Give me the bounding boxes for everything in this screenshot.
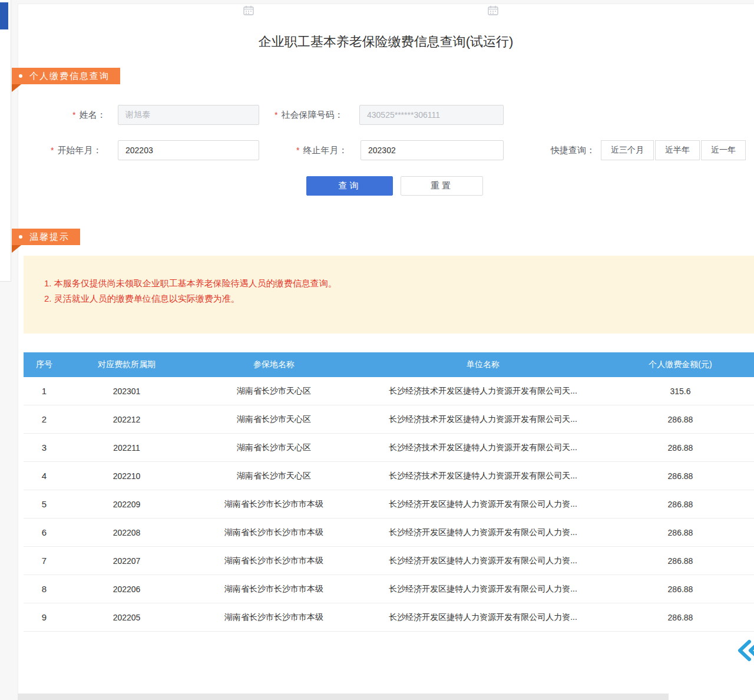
notice-box: 1. 本服务仅提供尚未领取企业职工基本养老保险待遇人员的缴费信息查询。 2. 灵… [24,256,754,334]
table-cell: 202210 [65,462,188,490]
column-header: 参保地名称 [188,352,359,377]
column-header: 单位名称 [359,352,607,377]
required-mark: * [296,146,299,155]
table-cell: 7 [24,547,65,574]
table-cell: 202205 [65,603,188,631]
section-tag-personal-query: 个人缴费信息查询 [12,68,120,84]
table-cell: 湖南省长沙市长沙市市本级 [188,575,359,603]
start-month-label: * 开始年月： [51,140,101,160]
table-cell: 6 [24,519,65,546]
table-row: 3202211湖南省长沙市天心区长沙经济技术开发区捷特人力资源开发有限公司天..… [24,434,754,462]
table-row: 2202212湖南省长沙市天心区长沙经济技术开发区捷特人力资源开发有限公司天..… [24,405,754,434]
table-cell: 286.88 [607,405,754,433]
table-row: 8202206湖南省长沙市长沙市市本级长沙经济开发区捷特人力资源开发有限公司人力… [24,575,754,603]
table-header-row: 序号对应费款所属期参保地名称单位名称个人缴费金额(元) [24,352,754,377]
end-month-label: * 终止年月： [296,140,347,160]
required-mark: * [51,146,54,155]
table-cell: 长沙经济开发区捷特人力资源开发有限公司人力资... [359,603,607,631]
calendar-icon[interactable] [488,5,498,18]
table-row: 5202209湖南省长沙市长沙市市本级长沙经济开发区捷特人力资源开发有限公司人力… [24,490,754,519]
table-cell: 8 [24,575,65,603]
required-mark: * [72,110,75,120]
table-cell: 286.88 [607,575,754,603]
table-row: 1202301湖南省长沙市天心区长沙经济技术开发区捷特人力资源开发有限公司天..… [24,377,754,405]
table-cell: 长沙经济开发区捷特人力资源开发有限公司人力资... [359,519,607,546]
table-cell: 4 [24,462,65,490]
table-cell: 286.88 [607,434,754,461]
table-cell: 202208 [65,519,188,546]
table-body: 1202301湖南省长沙市天心区长沙经济技术开发区捷特人力资源开发有限公司天..… [24,377,754,632]
required-mark: * [275,110,277,120]
section-tag-label: 个人缴费信息查询 [29,71,110,82]
table-cell: 长沙经济开发区捷特人力资源开发有限公司人力资... [359,490,607,518]
table-cell: 湖南省长沙市长沙市市本级 [188,547,359,574]
table-cell: 286.88 [607,490,754,518]
quick-filter-1year[interactable]: 近一年 [701,140,746,160]
column-header: 对应费款所属期 [65,352,188,377]
table-row: 7202207湖南省长沙市长沙市市本级长沙经济开发区捷特人力资源开发有限公司人力… [24,547,754,575]
quick-query-label: 快捷查询： [551,140,595,160]
table-cell: 长沙经济技术开发区捷特人力资源开发有限公司天... [359,405,607,433]
payment-table: 序号对应费款所属期参保地名称单位名称个人缴费金额(元) 1202301湖南省长沙… [24,352,754,632]
table-cell: 202211 [65,434,188,461]
table-cell: 长沙经济技术开发区捷特人力资源开发有限公司天... [359,434,607,461]
table-cell: 长沙经济开发区捷特人力资源开发有限公司人力资... [359,575,607,603]
section-tag-label: 温馨提示 [29,232,70,243]
table-cell: 202301 [65,377,188,405]
page-title: 企业职工基本养老保险缴费信息查询(试运行) [18,33,754,51]
table-cell: 湖南省长沙市长沙市市本级 [188,603,359,631]
table-cell: 湖南省长沙市天心区 [188,377,359,405]
table-row: 9202205湖南省长沙市长沙市市本级长沙经济开发区捷特人力资源开发有限公司人力… [24,603,754,632]
sidebar-blue-tab[interactable] [0,2,8,29]
table-cell: 长沙经济技术开发区捷特人力资源开发有限公司天... [359,462,607,490]
table-cell: 湖南省长沙市天心区 [188,462,359,490]
quick-filter-3months[interactable]: 近三个月 [601,140,654,160]
table-cell: 315.6 [607,377,754,405]
quick-filter-6months[interactable]: 近半年 [655,140,700,160]
table-cell: 湖南省长沙市长沙市市本级 [188,490,359,518]
ssn-input[interactable] [359,105,504,125]
table-cell: 5 [24,490,65,518]
start-month-input[interactable] [118,140,259,160]
name-label: * 姓名： [72,105,105,125]
table-cell: 3 [24,434,65,461]
table-cell: 2 [24,405,65,433]
quick-filter-group: 近三个月近半年近一年 [601,140,746,160]
table-cell: 202209 [65,490,188,518]
calendar-icon[interactable] [243,5,254,18]
end-month-input[interactable] [361,140,504,160]
column-header: 个人缴费金额(元) [607,352,754,377]
table-cell: 长沙经济开发区捷特人力资源开发有限公司人力资... [359,547,607,574]
table-cell: 202207 [65,547,188,574]
table-cell: 202212 [65,405,188,433]
bullet-dot [19,235,22,239]
table-row: 4202210湖南省长沙市天心区长沙经济技术开发区捷特人力资源开发有限公司天..… [24,462,754,490]
left-sidebar-strip [0,0,11,282]
table-cell: 286.88 [607,547,754,574]
table-cell: 286.88 [607,519,754,546]
table-cell: 长沙经济技术开发区捷特人力资源开发有限公司天... [359,377,607,405]
reset-button[interactable]: 重置 [401,176,483,196]
horizontal-scrollbar[interactable] [18,694,669,700]
table-row: 6202208湖南省长沙市长沙市市本级长沙经济开发区捷特人力资源开发有限公司人力… [24,519,754,547]
table-cell: 9 [24,603,65,631]
notice-line: 1. 本服务仅提供尚未领取企业职工基本养老保险待遇人员的缴费信息查询。 [44,276,742,291]
table-cell: 286.88 [607,603,754,631]
table-cell: 1 [24,377,65,405]
bullet-dot [19,74,22,78]
ssn-label: * 社会保障号码： [275,105,343,125]
name-input[interactable] [118,105,259,125]
table-cell: 286.88 [607,462,754,490]
table-cell: 湖南省长沙市长沙市市本级 [188,519,359,546]
query-button[interactable]: 查询 [306,176,393,196]
double-chevron-left-icon[interactable] [737,639,754,662]
section-tag-tips: 温馨提示 [12,229,80,245]
table-cell: 湖南省长沙市天心区 [188,434,359,461]
notice-line: 2. 灵活就业人员的缴费单位信息以实际缴费为准。 [44,291,742,306]
column-header: 序号 [24,352,65,377]
table-cell: 湖南省长沙市天心区 [188,405,359,433]
page: { "title": "企业职工基本养老保险缴费信息查询(试运行)", "tag… [0,0,754,700]
table-cell: 202206 [65,575,188,603]
